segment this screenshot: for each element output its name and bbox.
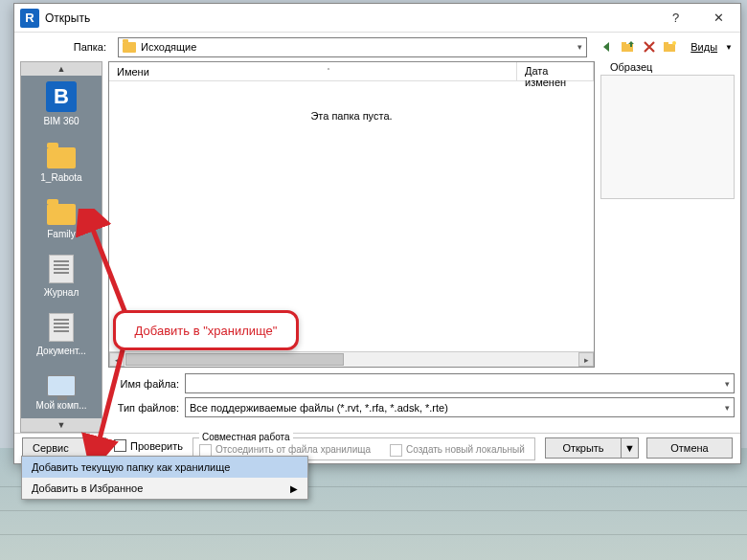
help-button[interactable]: ? [654, 4, 697, 33]
menu-add-current-storage[interactable]: Добавить текущую папку как хранилище [22, 457, 307, 478]
horizontal-scrollbar[interactable]: ◂ ▸ [109, 351, 594, 367]
folder-icon [47, 147, 76, 168]
folder-icon [123, 42, 136, 53]
scroll-right-icon[interactable]: ▸ [578, 352, 594, 367]
cancel-button[interactable]: Отмена [646, 437, 733, 459]
svg-rect-1 [622, 42, 626, 45]
delete-icon[interactable] [641, 38, 658, 56]
folder-icon [47, 204, 76, 225]
column-name[interactable]: Имени ˄ [109, 62, 517, 80]
journal-icon [49, 255, 74, 283]
menu-add-favorites[interactable]: Добавить в Избранное ▶ [22, 478, 307, 499]
column-date[interactable]: Дата изменен [517, 62, 594, 80]
chevron-down-icon: ▾ [725, 403, 730, 413]
app-icon: R [20, 9, 39, 28]
new-folder-icon[interactable] [662, 38, 679, 56]
collab-legend: Совместная работа [199, 432, 293, 442]
up-folder-icon[interactable] [620, 38, 637, 56]
chevron-down-icon: ▾ [577, 42, 582, 52]
folder-label: Папка: [22, 41, 112, 53]
preview-pane: Образец [600, 61, 735, 368]
scrollbar-thumb[interactable] [125, 353, 344, 366]
preview-label: Образец [600, 61, 735, 73]
folder-value: Исходящие [141, 41, 196, 53]
bim360-icon: B [46, 81, 77, 112]
folder-combo[interactable]: Исходящие ▾ [118, 37, 587, 57]
computer-icon [47, 375, 76, 396]
dialog-title: Открыть [45, 11, 654, 25]
empty-folder-message: Эта папка пуста. [109, 110, 594, 122]
documents-icon [49, 313, 74, 342]
titlebar: R Открыть ? ✕ [14, 4, 740, 33]
svg-rect-2 [664, 44, 675, 52]
chevron-down-icon: ▾ [725, 379, 730, 389]
place-rabota[interactable]: 1_Rabota [21, 136, 102, 192]
open-dropdown-button[interactable]: ▼ [622, 437, 639, 459]
file-list-header: Имени ˄ Дата изменен [109, 62, 594, 81]
submenu-arrow-icon: ▶ [290, 483, 298, 494]
preview-box [600, 75, 735, 199]
filetype-combo[interactable]: Все поддерживаемые файлы (*.rvt, *.rfa, … [185, 397, 735, 417]
tools-menu: Добавить текущую папку как хранилище Доб… [21, 456, 308, 500]
places-scroll-up[interactable]: ▲ [21, 62, 102, 76]
place-bim360[interactable]: B BIM 360 [21, 76, 102, 136]
new-local-option: Создать новый локальный [390, 444, 525, 457]
views-link[interactable]: Виды [690, 41, 717, 53]
views-dropdown-icon[interactable]: ▼ [725, 43, 733, 52]
checkbox [390, 444, 402, 457]
open-button[interactable]: Открыть [545, 437, 622, 459]
back-icon[interactable] [599, 38, 616, 56]
folder-row: Папка: Исходящие ▾ Виды ▼ [14, 33, 740, 61]
folder-toolbar [599, 38, 679, 56]
open-button-group: Открыть ▼ [545, 437, 639, 459]
svg-point-4 [672, 41, 676, 45]
filename-input[interactable]: ▾ [185, 373, 735, 393]
sort-indicator-icon: ˄ [327, 67, 330, 76]
svg-rect-3 [664, 42, 668, 45]
annotation-callout: Добавить в "хранилище" [113, 310, 299, 350]
close-button[interactable]: ✕ [697, 4, 740, 33]
